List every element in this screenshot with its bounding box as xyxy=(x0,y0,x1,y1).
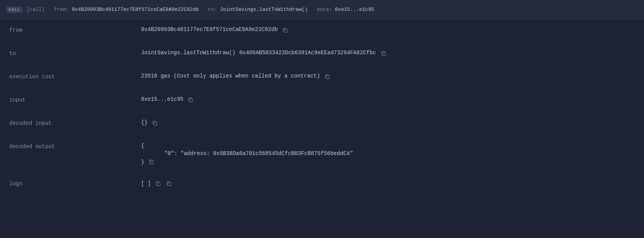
from-address: 0x4B20993Bc481177ec7E8f571ceCaE8A9e22C02… xyxy=(141,26,278,33)
to-value-container: JointSavings.lastToWithdraw() 0x406AB503… xyxy=(141,50,635,57)
svg-rect-7 xyxy=(168,183,171,186)
header-data-label: data: xyxy=(317,7,332,12)
decoded-input-value-container: {} xyxy=(141,119,635,127)
to-address: 0x406AB5033423Dcb6391Ac9eEEad73294FA82Cf… xyxy=(239,50,376,56)
decoded-input-label: decoded input xyxy=(9,119,141,126)
to-method: JointSavings.lastToWithdraw() xyxy=(141,50,236,56)
to-copy-icon[interactable] xyxy=(380,50,387,57)
svg-rect-4 xyxy=(154,122,157,125)
svg-rect-0 xyxy=(284,29,287,32)
decoded-input-copy-icon[interactable] xyxy=(152,120,158,127)
execution-cost-value-container: 23516 gas (Cost only applies when called… xyxy=(141,73,635,80)
decoded-output-closing-row: } xyxy=(141,158,353,166)
decoded-output-entry: "0": "address: 0x5B38Da6a701c568545dCfcB… xyxy=(141,150,353,157)
decoded-output-close-brace: } xyxy=(141,159,144,165)
input-row: input 0xe15...e1c95 xyxy=(0,89,644,112)
header-from-label: from: xyxy=(54,7,69,12)
decoded-output-label: decoded output xyxy=(9,143,141,150)
logs-copy-icon-1[interactable] xyxy=(155,180,162,187)
header-type-label: [call] xyxy=(26,7,45,12)
logs-copy-icon-2[interactable] xyxy=(165,180,172,187)
input-value: 0xe15...e1c95 xyxy=(141,96,183,102)
header-bar: CALL [call] from: 0x4B20993Bc481177ec7E8… xyxy=(0,0,644,19)
svg-rect-2 xyxy=(326,76,329,79)
header-from-value: 0x4B20993Bc481177ec7E8f571ceCaE8A9e22C02… xyxy=(72,7,199,12)
input-copy-icon[interactable] xyxy=(187,97,194,103)
decoded-input-value: {} xyxy=(141,119,148,126)
decoded-input-row: decoded input {} xyxy=(0,112,644,136)
decoded-output-row: decoded output { "0": "address: 0x5B38Da… xyxy=(0,136,644,173)
decoded-output-value-container: { "0": "address: 0x5B38Da6a701c568545dCf… xyxy=(141,143,635,166)
header-data-value: 0xe15...e1c95 xyxy=(335,7,374,12)
to-row: to JointSavings.lastToWithdraw() 0x406AB… xyxy=(0,43,644,66)
header-to-label: to: xyxy=(208,7,217,12)
logs-value-container: [ ] xyxy=(141,180,635,187)
decoded-output-value: { "0": "address: 0x5B38Da6a701c568545dCf… xyxy=(141,143,353,166)
logs-row: logs [ ] xyxy=(0,173,644,196)
header-text: [call] from: 0x4B20993Bc481177ec7E8f571c… xyxy=(26,7,374,12)
execution-cost-copy-icon[interactable] xyxy=(324,73,331,80)
call-badge: CALL xyxy=(6,7,22,13)
execution-cost-row: execution cost 23516 gas (Cost only appl… xyxy=(0,66,644,89)
input-value-container: 0xe15...e1c95 xyxy=(141,96,635,103)
from-value-container: 0x4B20993Bc481177ec7E8f571ceCaE8A9e22C02… xyxy=(141,26,635,34)
from-label: from xyxy=(9,26,141,33)
svg-rect-6 xyxy=(157,183,160,186)
from-row: from 0x4B20993Bc481177ec7E8f571ceCaE8A9e… xyxy=(0,19,644,43)
logs-value: [ ] xyxy=(141,181,151,187)
logs-label: logs xyxy=(9,180,141,187)
svg-rect-3 xyxy=(190,99,193,102)
decoded-output-open-brace: { xyxy=(141,143,353,149)
svg-rect-1 xyxy=(382,52,386,55)
header-to-value: JointSavings.lastToWithdraw() xyxy=(220,7,308,12)
from-copy-icon[interactable] xyxy=(282,27,289,34)
input-label: input xyxy=(9,96,141,103)
execution-cost-label: execution cost xyxy=(9,73,141,80)
content-area: from 0x4B20993Bc481177ec7E8f571ceCaE8A9e… xyxy=(0,19,644,196)
decoded-output-copy-icon[interactable] xyxy=(148,159,155,166)
to-label: to xyxy=(9,50,141,57)
svg-rect-5 xyxy=(151,161,154,164)
execution-cost-value: 23516 gas (Cost only applies when called… xyxy=(141,73,320,79)
